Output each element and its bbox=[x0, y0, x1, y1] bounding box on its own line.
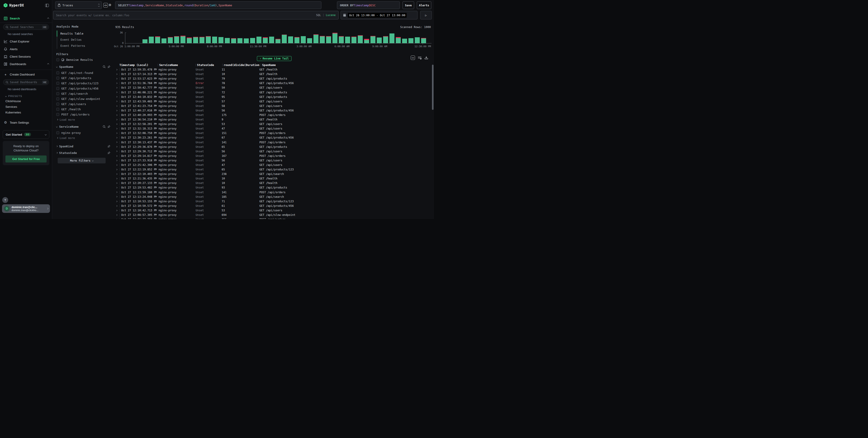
analysis-mode-option[interactable]: Results Table bbox=[57, 31, 111, 37]
table-row[interactable]: Oct 27 12:30:13.437 PMnginx-proxyUnset14… bbox=[114, 140, 431, 145]
download-icon[interactable] bbox=[425, 56, 428, 60]
user-menu[interactable]: D dominic.tran@clic... dominic.tran@clic… bbox=[2, 204, 50, 213]
histogram-bar[interactable] bbox=[143, 33, 148, 43]
table-row[interactable]: Oct 27 12:40:20.093 PMnginx-proxyUnset17… bbox=[114, 113, 431, 117]
expand-row-icon[interactable] bbox=[114, 151, 119, 152]
histogram-bar[interactable] bbox=[313, 33, 318, 43]
table-row[interactable]: Oct 27 12:53:17.623 PMnginx-proxyUnset79… bbox=[114, 76, 431, 81]
filter-option[interactable]: GET /api/products/456 bbox=[56, 86, 111, 91]
histogram-bar[interactable] bbox=[149, 33, 154, 43]
table-row[interactable]: Oct 27 12:13:24.048 PMnginx-proxyUnset18… bbox=[114, 195, 431, 199]
expand-row-icon[interactable] bbox=[114, 192, 119, 193]
histogram-bar[interactable] bbox=[225, 33, 230, 43]
expand-row-icon[interactable] bbox=[114, 78, 119, 79]
histogram-bar[interactable] bbox=[415, 33, 420, 43]
date-range-picker[interactable]: Oct 26 13:00:00 - Oct 27 13:00:00 bbox=[341, 11, 417, 20]
histogram-bar[interactable] bbox=[199, 33, 205, 43]
expand-row-icon[interactable] bbox=[114, 165, 119, 166]
table-row[interactable]: Oct 27 12:36:54.210 PMnginx-proxyUnset9G… bbox=[114, 117, 431, 122]
saved-searches-input[interactable]: Saved Searches ⌘K bbox=[3, 24, 49, 30]
histogram-bar[interactable] bbox=[168, 33, 173, 43]
expand-row-icon[interactable] bbox=[114, 83, 119, 84]
table-row[interactable]: Oct 27 12:46:08.221 PMnginx-proxyUnset72… bbox=[114, 90, 431, 95]
expand-row-icon[interactable] bbox=[114, 133, 119, 134]
view-source-icon[interactable]: <> bbox=[411, 56, 415, 60]
histogram-bar[interactable] bbox=[339, 33, 344, 43]
expand-row-icon[interactable] bbox=[114, 92, 119, 93]
table-row[interactable]: Oct 27 12:19:53.482 PMnginx-proxyUnset93… bbox=[114, 185, 431, 190]
table-row[interactable]: Oct 27 12:32:08.750 PMnginx-proxyUnset15… bbox=[114, 131, 431, 135]
sql-mode-toggle[interactable]: SQL bbox=[316, 13, 321, 17]
get-started-card[interactable]: Get Started 3/3 bbox=[3, 130, 49, 139]
expand-row-icon[interactable] bbox=[114, 187, 119, 188]
analysis-mode-option[interactable]: Event Deltas bbox=[57, 37, 111, 43]
checkbox[interactable] bbox=[56, 82, 59, 85]
histogram-bar[interactable] bbox=[161, 33, 166, 43]
histogram-bar[interactable] bbox=[326, 33, 331, 43]
checkbox[interactable] bbox=[56, 77, 59, 79]
table-row[interactable]: Oct 27 12:40:27.016 PMnginx-proxyUnset56… bbox=[114, 108, 431, 113]
filter-group-header-spanname[interactable]: SpanName bbox=[56, 65, 111, 68]
table-row[interactable]: Oct 27 12:10:50.572 PMnginx-proxyUnset61… bbox=[114, 204, 431, 208]
histogram-bar[interactable] bbox=[370, 33, 375, 43]
table-row[interactable]: Oct 27 12:06:27.284 PMnginx-proxyUnset15… bbox=[114, 217, 431, 219]
histogram-bar[interactable] bbox=[301, 33, 306, 43]
pin-icon[interactable] bbox=[107, 65, 111, 68]
expand-row-icon[interactable] bbox=[114, 174, 119, 175]
column-header[interactable]: StatusCode bbox=[197, 63, 221, 67]
histogram-bar[interactable] bbox=[218, 33, 223, 43]
histogram-bar[interactable] bbox=[351, 33, 356, 43]
column-drag-handle-icon[interactable]: ⋮ bbox=[221, 64, 224, 66]
checkbox[interactable] bbox=[56, 97, 59, 100]
get-started-free-button[interactable]: Get Started for Free bbox=[5, 156, 46, 163]
histogram-bar[interactable] bbox=[333, 33, 337, 43]
table-row[interactable]: Oct 27 12:57:14.313 PMnginx-proxyUnset10… bbox=[114, 72, 431, 76]
checkbox[interactable] bbox=[56, 113, 59, 116]
pin-icon[interactable] bbox=[107, 125, 111, 128]
run-query-button[interactable]: ▷ bbox=[420, 11, 432, 20]
expand-row-icon[interactable] bbox=[114, 74, 119, 75]
sidebar-item-search[interactable]: Search bbox=[0, 15, 52, 22]
histogram-bar[interactable] bbox=[231, 33, 236, 43]
expand-row-icon[interactable] bbox=[114, 101, 119, 102]
lucene-mode-toggle[interactable]: Lucene bbox=[326, 13, 336, 17]
histogram-bar[interactable] bbox=[421, 33, 426, 43]
filter-option[interactable]: GET /api/products bbox=[56, 75, 111, 81]
expand-row-icon[interactable] bbox=[114, 119, 119, 120]
sidebar-item-dashboards[interactable]: Dashboards bbox=[0, 60, 52, 68]
alerts-button[interactable]: Alerts bbox=[417, 1, 431, 9]
expand-row-icon[interactable] bbox=[114, 210, 119, 211]
histogram-bar[interactable] bbox=[408, 33, 413, 43]
column-header[interactable]: round(divide(Duration, bbox=[224, 63, 260, 67]
histogram-bar[interactable] bbox=[402, 33, 407, 43]
histogram-bar[interactable] bbox=[396, 33, 401, 43]
checkbox[interactable] bbox=[56, 58, 59, 61]
expand-row-icon[interactable] bbox=[114, 87, 119, 88]
wrap-lines-icon[interactable] bbox=[418, 56, 422, 60]
histogram-bar[interactable] bbox=[288, 33, 293, 43]
order-by-input[interactable]: ORDER BY Timestamp DESC bbox=[337, 1, 400, 9]
table-row[interactable]: Oct 27 12:27:33.918 PMnginx-proxyUnset56… bbox=[114, 158, 431, 163]
expand-row-icon[interactable] bbox=[114, 182, 119, 184]
filter-group-header-servicename[interactable]: ServiceName bbox=[56, 125, 111, 128]
column-drag-handle-icon[interactable]: ⋮ bbox=[260, 64, 262, 66]
table-row[interactable]: Oct 27 12:32:58.201 PMnginx-proxyUnset53… bbox=[114, 122, 431, 126]
histogram-bar[interactable] bbox=[187, 33, 192, 43]
expand-row-icon[interactable] bbox=[114, 142, 119, 143]
sidebar-item-alerts[interactable]: Alerts bbox=[0, 45, 52, 53]
expand-row-icon[interactable] bbox=[114, 137, 119, 138]
expand-row-icon[interactable] bbox=[114, 178, 119, 179]
sidebar-collapse-icon[interactable] bbox=[45, 4, 49, 7]
pin-icon[interactable] bbox=[107, 145, 111, 148]
histogram-bar[interactable] bbox=[294, 33, 300, 43]
expand-row-icon[interactable] bbox=[114, 205, 119, 207]
histogram-bar[interactable] bbox=[358, 33, 363, 43]
expand-row-icon[interactable] bbox=[114, 124, 119, 125]
expand-row-icon[interactable] bbox=[114, 106, 119, 107]
create-dashboard-button[interactable]: + Create Dashboard bbox=[0, 71, 52, 78]
load-more-button[interactable]: Load more bbox=[56, 117, 111, 124]
histogram-bar[interactable] bbox=[155, 33, 160, 43]
filter-option[interactable]: GET /api/products/123 bbox=[56, 81, 111, 86]
checkbox[interactable] bbox=[56, 71, 59, 74]
filter-option[interactable]: GET /api/search bbox=[56, 91, 111, 96]
